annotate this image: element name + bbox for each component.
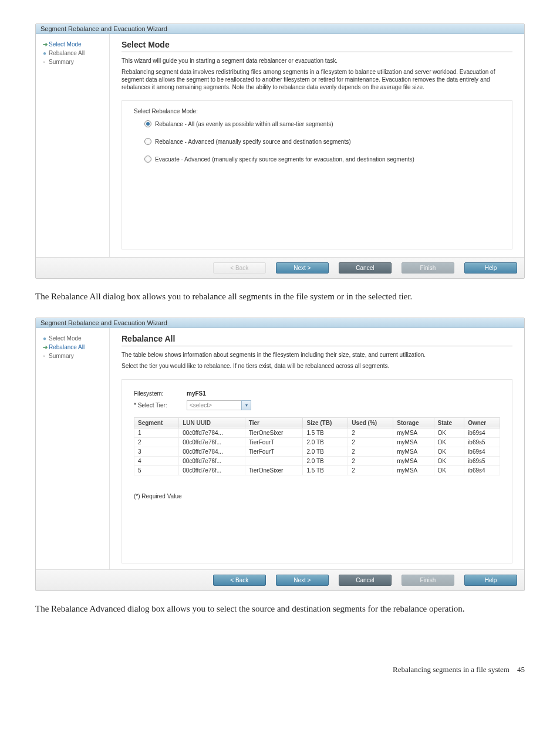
cell-segment: 3 xyxy=(134,447,179,456)
cell-used: 2 xyxy=(348,465,393,475)
cell-tier: TierFourT xyxy=(245,437,303,447)
section-label: Select Rebalance Mode: xyxy=(134,108,500,114)
segments-section: Filesystem: myFS1 * Select Tier: <select… xyxy=(122,379,512,563)
filesystem-label: Filesystem: xyxy=(134,390,187,397)
cancel-button[interactable]: Cancel xyxy=(339,262,392,274)
sidebar-step-select-mode[interactable]: ➔ Select Mode xyxy=(36,40,109,49)
select-tier-dropdown[interactable]: <select> ▾ xyxy=(187,400,251,410)
radio-rebalance-all[interactable]: Rebalance - All (as evenly as possible w… xyxy=(144,120,500,127)
col-owner[interactable]: Owner xyxy=(464,417,500,428)
col-used[interactable]: Used (%) xyxy=(348,417,393,428)
col-tier[interactable]: Tier xyxy=(245,417,303,428)
cell-segment: 5 xyxy=(134,465,179,475)
radio-label: Evacuate - Advanced (manually specify so… xyxy=(155,156,414,163)
cell-used: 2 xyxy=(348,447,393,456)
square-icon: ▫ xyxy=(43,59,49,65)
cell-storage: myMSA xyxy=(393,428,434,437)
table-row[interactable]: 300c0ffd7e784...TierFourT2.0 TB2myMSAOKi… xyxy=(134,447,500,456)
arrow-icon: ➔ xyxy=(43,41,49,48)
cell-state: OK xyxy=(434,465,464,475)
cancel-button[interactable]: Cancel xyxy=(339,575,392,586)
cell-used: 2 xyxy=(348,437,393,447)
page-footer: Rebalancing segments in a file system 45 xyxy=(0,647,560,692)
sidebar-step-select-mode[interactable]: ● Select Mode xyxy=(36,334,109,343)
help-button[interactable]: Help xyxy=(464,262,517,274)
col-lun-uuid[interactable]: LUN UUID xyxy=(179,417,245,428)
sidebar-step-summary[interactable]: ▫ Summary xyxy=(36,58,109,66)
cell-size: 2.0 TB xyxy=(303,456,348,465)
caption-rebalance-all: The Rebalance All dialog box allows you … xyxy=(35,291,525,303)
cell-owner: ib69s4 xyxy=(464,428,500,437)
sidebar-item-label: Select Mode xyxy=(49,41,82,48)
table-row[interactable]: 500c0ffd7e76f...TierOneSixer1.5 TB2myMSA… xyxy=(134,465,500,475)
finish-button: Finish xyxy=(402,262,454,274)
cell-segment: 4 xyxy=(134,456,179,465)
cell-owner: ib69s5 xyxy=(464,437,500,447)
sidebar-item-label: Summary xyxy=(49,59,74,65)
wizard-footer: < Back Next > Cancel Finish Help xyxy=(36,569,524,590)
cell-tier: TierOneSixer xyxy=(245,465,303,475)
table-row[interactable]: 400c0ffd7e76f...2.0 TB2myMSAOKib69s5 xyxy=(134,456,500,465)
next-button[interactable]: Next > xyxy=(276,262,329,274)
back-button: < Back xyxy=(213,262,266,274)
cell-state: OK xyxy=(434,447,464,456)
sidebar-step-rebalance-all[interactable]: ● Rebalance All xyxy=(36,49,109,58)
cell-state: OK xyxy=(434,428,464,437)
back-button[interactable]: < Back xyxy=(213,575,266,586)
sidebar-item-label: Summary xyxy=(49,353,74,359)
table-header-row: Segment LUN UUID Tier Size (TB) Used (%)… xyxy=(134,417,500,428)
description-text: Select the tier you would like to rebala… xyxy=(122,362,512,370)
cell-owner: ib69s5 xyxy=(464,456,500,465)
cell-uuid: 00c0ffd7e76f... xyxy=(179,465,245,475)
pane-title: Select Mode xyxy=(122,40,512,52)
footer-text: Rebalancing segments in a file system xyxy=(393,665,510,674)
wizard-titlebar: Segment Rebalance and Evacuation Wizard xyxy=(36,24,524,34)
col-state[interactable]: State xyxy=(434,417,464,428)
wizard-select-mode: Segment Rebalance and Evacuation Wizard … xyxy=(35,23,525,279)
cell-storage: myMSA xyxy=(393,437,434,447)
cell-uuid: 00c0ffd7e784... xyxy=(179,447,245,456)
sidebar-item-label: Rebalance All xyxy=(49,344,85,350)
finish-button: Finish xyxy=(402,575,454,586)
cell-tier xyxy=(245,456,303,465)
col-size[interactable]: Size (TB) xyxy=(303,417,348,428)
radio-icon xyxy=(144,156,151,163)
caption-rebalance-advanced: The Rebalance Advanced dialog box allows… xyxy=(35,603,525,616)
table-row[interactable]: 100c0ffd7e784...TierOneSixer1.5 TB2myMSA… xyxy=(134,428,500,437)
cell-owner: ib69s4 xyxy=(464,447,500,456)
next-button[interactable]: Next > xyxy=(276,575,329,586)
col-storage[interactable]: Storage xyxy=(393,417,434,428)
radio-evacuate-advanced[interactable]: Evacuate - Advanced (manually specify so… xyxy=(144,156,500,163)
select-placeholder: <select> xyxy=(190,402,212,409)
cell-tier: TierOneSixer xyxy=(245,428,303,437)
wizard-sidebar: ● Select Mode ➔ Rebalance All ▫ Summary xyxy=(36,328,110,569)
cell-uuid: 00c0ffd7e76f... xyxy=(179,437,245,447)
intro-text: This wizard will guide you in starting a… xyxy=(122,57,512,65)
intro-text: The table below shows information about … xyxy=(122,351,512,359)
help-button[interactable]: Help xyxy=(464,575,517,586)
cell-tier: TierFourT xyxy=(245,447,303,456)
cell-storage: myMSA xyxy=(393,465,434,475)
cell-used: 2 xyxy=(348,428,393,437)
col-segment[interactable]: Segment xyxy=(134,417,179,428)
cell-storage: myMSA xyxy=(393,456,434,465)
radio-label: Rebalance - All (as evenly as possible w… xyxy=(155,121,333,127)
sidebar-step-summary[interactable]: ▫ Summary xyxy=(36,352,109,360)
wizard-sidebar: ➔ Select Mode ● Rebalance All ▫ Summary xyxy=(36,34,110,257)
arrow-icon: ➔ xyxy=(43,344,49,350)
cell-owner: ib69s4 xyxy=(464,465,500,475)
pane-title: Rebalance All xyxy=(122,334,512,346)
main-pane: Rebalance All The table below shows info… xyxy=(110,328,524,569)
cell-state: OK xyxy=(434,456,464,465)
radio-rebalance-advanced[interactable]: Rebalance - Advanced (manually specify s… xyxy=(144,138,500,145)
chevron-down-icon: ▾ xyxy=(241,400,251,410)
radio-label: Rebalance - Advanced (manually specify s… xyxy=(155,139,351,145)
filesystem-row: Filesystem: myFS1 xyxy=(134,390,500,397)
sidebar-step-rebalance-all[interactable]: ➔ Rebalance All xyxy=(36,343,109,352)
page-number: 45 xyxy=(517,665,525,674)
cell-segment: 1 xyxy=(134,428,179,437)
cell-used: 2 xyxy=(348,456,393,465)
cell-size: 2.0 TB xyxy=(303,437,348,447)
table-row[interactable]: 200c0ffd7e76f...TierFourT2.0 TB2myMSAOKi… xyxy=(134,437,500,447)
cell-segment: 2 xyxy=(134,437,179,447)
